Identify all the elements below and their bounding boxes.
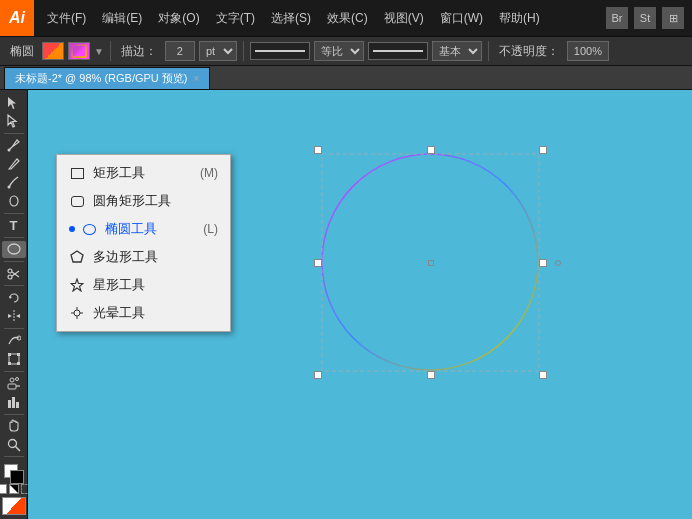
center-handle	[428, 260, 434, 266]
pen-tool[interactable]	[2, 137, 26, 154]
star-tool-label: 星形工具	[93, 276, 145, 294]
change-screen-mode-btn[interactable]	[2, 497, 26, 515]
menu-view[interactable]: 视图(V)	[377, 6, 431, 31]
add-anchor-tool[interactable]	[2, 155, 26, 172]
svg-point-28	[8, 439, 16, 447]
brush-tool[interactable]	[2, 174, 26, 191]
ellipse-tool-label: 椭圆工具	[105, 220, 157, 238]
svg-rect-20	[17, 362, 20, 365]
title-bar: Ai 文件(F) 编辑(E) 对象(O) 文字(T) 选择(S) 效果(C) 视…	[0, 0, 692, 36]
menu-edit[interactable]: 编辑(E)	[95, 6, 149, 31]
equal-select[interactable]: 等比	[314, 41, 364, 61]
ellipse-tool-item[interactable]: 椭圆工具 (L)	[57, 215, 230, 243]
menu-object[interactable]: 对象(O)	[151, 6, 206, 31]
stroke-unit-select[interactable]: pt px	[199, 41, 237, 61]
rotate-tool[interactable]	[2, 289, 26, 306]
handle-br[interactable]	[539, 371, 547, 379]
symbol-sprayer-tool[interactable]	[2, 375, 26, 392]
menu-help[interactable]: 帮助(H)	[492, 6, 547, 31]
selected-shape[interactable]	[318, 150, 543, 375]
stroke-line-preview[interactable]	[250, 42, 310, 60]
stroke-line-inner2	[373, 50, 423, 52]
tool-sep7	[4, 371, 24, 372]
svg-marker-2	[8, 115, 16, 127]
svg-point-6	[8, 244, 20, 254]
svg-point-8	[8, 275, 12, 279]
flare-icon	[69, 305, 85, 321]
rect-icon	[69, 165, 85, 181]
rect-tool-item[interactable]: 矩形工具 (M)	[57, 159, 230, 187]
tool-sep8	[4, 414, 24, 415]
fill-swatch[interactable]	[42, 42, 64, 60]
dropdown-arrow-stroke[interactable]: ▼	[94, 46, 104, 57]
svg-line-29	[15, 446, 20, 451]
tool-sep1	[4, 133, 24, 134]
tool-sep2	[4, 213, 24, 214]
menu-effect[interactable]: 效果(C)	[320, 6, 375, 31]
main-area: T	[0, 90, 692, 519]
stroke-swatch[interactable]	[68, 42, 90, 60]
handle-bm[interactable]	[427, 371, 435, 379]
svg-rect-17	[8, 353, 11, 356]
star-tool-item[interactable]: 星形工具	[57, 271, 230, 299]
reflect-tool[interactable]	[2, 308, 26, 325]
rounded-rect-tool-item[interactable]: 圆角矩形工具	[57, 187, 230, 215]
tab-bar: 未标题-2* @ 98% (RGB/GPU 预览) ×	[0, 66, 692, 90]
shape-tool[interactable]	[2, 241, 26, 258]
menu-window[interactable]: 窗口(W)	[433, 6, 490, 31]
menu-file[interactable]: 文件(F)	[40, 6, 93, 31]
basic-select[interactable]: 基本	[432, 41, 482, 61]
handle-mr-extra[interactable]	[555, 260, 561, 266]
svg-rect-26	[12, 397, 15, 408]
stock-btn[interactable]: St	[634, 7, 656, 29]
divider2	[243, 41, 244, 61]
direct-select-tool[interactable]	[2, 112, 26, 129]
svg-rect-21	[8, 384, 16, 389]
svg-point-5	[10, 196, 18, 206]
svg-line-9	[12, 272, 19, 277]
handle-tm[interactable]	[427, 146, 435, 154]
polygon-tool-item[interactable]: 多边形工具	[57, 243, 230, 271]
handle-ml[interactable]	[314, 259, 322, 267]
tab-close-btn[interactable]: ×	[194, 73, 200, 84]
blob-brush-tool[interactable]	[2, 192, 26, 209]
select-tool[interactable]	[2, 94, 26, 111]
bridge-btn[interactable]: Br	[606, 7, 628, 29]
stroke-width-input[interactable]	[165, 41, 195, 61]
grid-btn[interactable]: ⊞	[662, 7, 684, 29]
warp-tool[interactable]	[2, 332, 26, 349]
tool-sep4	[4, 261, 24, 262]
zoom-tool[interactable]	[2, 436, 26, 453]
opacity-input[interactable]	[567, 41, 609, 61]
free-transform-tool[interactable]	[2, 350, 26, 367]
document-tab[interactable]: 未标题-2* @ 98% (RGB/GPU 预览) ×	[4, 67, 210, 89]
type-tool[interactable]: T	[2, 216, 26, 233]
polygon-icon	[69, 249, 85, 265]
handle-mr[interactable]	[539, 259, 547, 267]
active-dot	[69, 226, 75, 232]
divider3	[488, 41, 489, 61]
flare-tool-item[interactable]: 光晕工具	[57, 299, 230, 327]
column-graph-tool[interactable]	[2, 393, 26, 410]
normal-mode-btn[interactable]	[0, 484, 7, 494]
stroke-line-preview2[interactable]	[368, 42, 428, 60]
menu-text[interactable]: 文字(T)	[209, 6, 262, 31]
gradient-mode-btn[interactable]	[9, 484, 19, 494]
menu-select[interactable]: 选择(S)	[264, 6, 318, 31]
svg-rect-25	[8, 400, 11, 408]
menu-bar: 文件(F) 编辑(E) 对象(O) 文字(T) 选择(S) 效果(C) 视图(V…	[40, 6, 547, 31]
tool-sep5	[4, 285, 24, 286]
svg-point-32	[74, 310, 80, 316]
tool-name-label: 椭圆	[6, 43, 38, 60]
svg-point-24	[15, 378, 18, 381]
stroke-color-swatch[interactable]	[10, 470, 24, 484]
handle-tl[interactable]	[314, 146, 322, 154]
svg-marker-30	[71, 251, 83, 262]
scissors-tool[interactable]	[2, 265, 26, 282]
hand-tool[interactable]	[2, 417, 26, 434]
handle-bl[interactable]	[314, 371, 322, 379]
svg-marker-1	[8, 97, 16, 109]
color-swatch-area[interactable]	[2, 462, 26, 481]
handle-tr[interactable]	[539, 146, 547, 154]
flare-tool-label: 光晕工具	[93, 304, 145, 322]
